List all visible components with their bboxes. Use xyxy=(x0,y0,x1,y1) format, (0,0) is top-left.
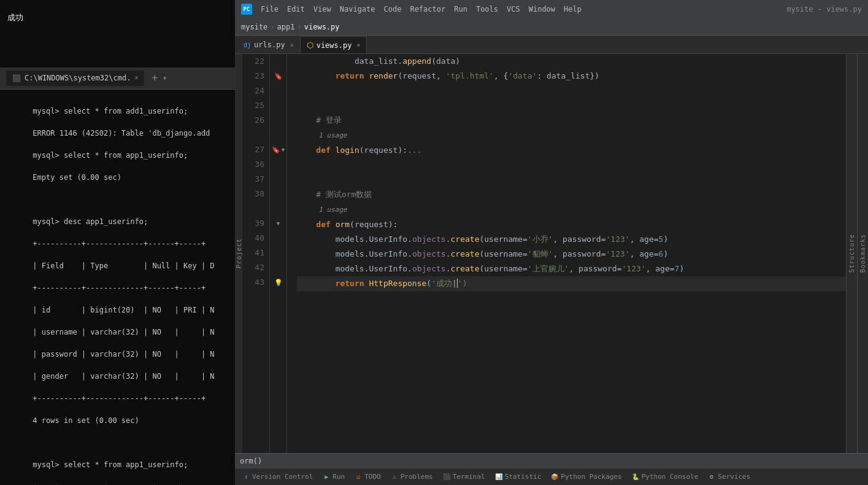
ide-menu: File Edit View Navigate Code Refactor Ru… xyxy=(257,4,585,15)
ln-42: 42 xyxy=(250,260,264,275)
services-icon: ⚙ xyxy=(708,473,715,481)
gutter-27: 🔖 ▼ xyxy=(270,142,286,157)
ln-25: 25 xyxy=(250,98,264,113)
terminal-line-5: mysql> desc app1_userinfo; xyxy=(33,217,148,226)
terminal-tab[interactable]: ⬛ C:\WINDOWS\system32\cmd. × xyxy=(6,71,144,86)
tab-views[interactable]: ⬡ views.py × xyxy=(301,36,367,53)
gutter-39: ▼ xyxy=(270,216,286,231)
code-area[interactable]: 22 23 24 25 26 · 27 36 37 38 · 39 40 41 … xyxy=(242,54,846,453)
menu-help[interactable]: Help xyxy=(560,4,585,15)
code-line-26: # 登录 xyxy=(297,113,846,128)
breadcrumb-views[interactable]: views.py xyxy=(304,23,340,31)
fold-icon-27[interactable]: ▼ xyxy=(282,147,285,153)
tab-todo[interactable]: ☑ TODO xyxy=(350,469,386,485)
menu-file[interactable]: File xyxy=(257,4,282,15)
tab-version-control[interactable]: ↕ Version Control xyxy=(237,469,318,485)
gutter-usage2 xyxy=(270,201,286,216)
ln-39: 39 xyxy=(250,216,264,231)
tab-urls[interactable]: dj urls.py × xyxy=(237,36,301,53)
gutter-38 xyxy=(270,187,286,201)
menu-vcs[interactable]: VCS xyxy=(503,4,524,15)
code-line-42: models.UserInfo.objects.create(username=… xyxy=(297,262,846,276)
bottom-tabs-bar: ↕ Version Control ▶ Run ☑ TODO ⚠ Problem… xyxy=(235,468,868,485)
ln-36: 36 xyxy=(250,157,264,172)
tab-python-console[interactable]: 🐍 Python Console xyxy=(627,469,704,485)
terminal-add-tab-button[interactable]: + xyxy=(152,71,158,85)
tab-views-close-icon[interactable]: × xyxy=(356,42,360,49)
tabs-bar: dj urls.py × ⬡ views.py × xyxy=(235,36,868,54)
line-numbers: 22 23 24 25 26 · 27 36 37 38 · 39 40 41 … xyxy=(242,54,270,453)
bookmarks-sidebar: Bookmarks xyxy=(857,54,868,453)
tab-terminal[interactable]: ⬛ Terminal xyxy=(438,469,490,485)
current-function-label: orm() xyxy=(240,457,262,465)
menu-window[interactable]: Window xyxy=(525,4,559,15)
terminal-line-3: mysql> select * from app1_userinfo; xyxy=(33,151,188,160)
bookmark-icon-23: 🔖 xyxy=(274,72,283,80)
ln-22: 22 xyxy=(250,54,264,69)
tab-statistic[interactable]: 📊 Statistic xyxy=(490,469,547,485)
code-lines[interactable]: data_list.append(data) return render(req… xyxy=(287,54,846,453)
tab-services[interactable]: ⚙ Services xyxy=(703,469,755,485)
editor-area: Project 22 23 24 25 26 · 27 36 37 38 · 3… xyxy=(235,54,868,453)
code-22: data_list.append(data) xyxy=(297,54,460,69)
code-line-43: return HttpResponse('成功|') xyxy=(297,276,846,291)
terminal-line-16: +----+----------+----------+-----+ xyxy=(33,483,183,485)
tab-run[interactable]: ▶ Run xyxy=(318,469,350,485)
tab-views-label: views.py xyxy=(317,41,352,50)
usage-hint-1: 1 usage xyxy=(297,128,347,143)
python-packages-label: Python Packages xyxy=(561,473,621,481)
project-sidebar: Project xyxy=(235,54,242,453)
bookmarks-label: Bookmarks xyxy=(859,234,866,273)
terminal-line-6: +----------+-------------+------+-----+ xyxy=(33,239,205,248)
code-line-23: return render(request, 'tpl.html', {'dat… xyxy=(297,69,846,83)
code-41: models.UserInfo.objects.create(username=… xyxy=(297,247,668,262)
ide-logo: PC xyxy=(241,4,252,15)
terminal-line-9: | id | bigint(20) | NO | PRI | N xyxy=(33,306,214,314)
menu-refactor[interactable]: Refactor xyxy=(406,4,449,15)
terminal-close-icon[interactable]: × xyxy=(134,74,138,82)
breadcrumb-bar: mysite › app1 › views.py xyxy=(235,18,868,36)
terminal-line-7: | Field | Type | Null | Key | D xyxy=(33,262,214,270)
ln-40: 40 xyxy=(250,231,264,246)
code-23: return render(request, 'tpl.html', {'dat… xyxy=(297,69,599,83)
menu-code[interactable]: Code xyxy=(380,4,405,15)
gutter-area: 🔖 🔖 ▼ xyxy=(270,54,287,453)
menu-tools[interactable]: Tools xyxy=(472,4,502,15)
statistic-label: Statistic xyxy=(505,473,542,481)
terminal-line-13: +----------+-------------+------+-----+ xyxy=(33,394,205,403)
gutter-36 xyxy=(270,157,286,172)
menu-run[interactable]: Run xyxy=(450,4,471,15)
ln-24: 24 xyxy=(250,83,264,98)
tab-urls-close-icon[interactable]: × xyxy=(290,42,294,49)
menu-navigate[interactable]: Navigate xyxy=(336,4,379,15)
fold-icon-39[interactable]: ▼ xyxy=(277,220,280,227)
tab-urls-label: urls.py xyxy=(254,41,285,49)
terminal-icon: ⬛ xyxy=(443,473,450,481)
terminal-line-8: +----------+-------------+------+-----+ xyxy=(33,284,205,292)
breadcrumb-sep-1: › xyxy=(270,23,274,31)
todo-icon: ☑ xyxy=(355,473,362,481)
menu-view[interactable]: View xyxy=(310,4,335,15)
terminal-dropdown-icon[interactable]: ▾ xyxy=(163,73,167,83)
gutter-43: 💡 xyxy=(270,275,286,290)
code-usage-1: 1 usage xyxy=(297,128,846,143)
python-packages-icon: 📦 xyxy=(551,473,558,481)
terminal-tab-icon: ⬛ xyxy=(12,74,21,83)
code-line-25 xyxy=(297,98,846,113)
services-label: Services xyxy=(718,473,750,481)
statistic-icon: 📊 xyxy=(495,473,502,481)
tab-problems[interactable]: ⚠ Problems xyxy=(386,469,438,485)
code-40: models.UserInfo.objects.create(username=… xyxy=(297,232,668,247)
ide-panel: PC File Edit View Navigate Code Refactor… xyxy=(235,0,868,485)
code-usage-2: 1 usage xyxy=(297,202,846,217)
breadcrumb-mysite[interactable]: mysite xyxy=(241,23,267,31)
version-control-icon: ↕ xyxy=(242,473,250,481)
ide-titlebar: PC File Edit View Navigate Code Refactor… xyxy=(235,0,868,18)
tab-python-packages[interactable]: 📦 Python Packages xyxy=(546,469,626,485)
gutter-22 xyxy=(270,54,286,69)
breadcrumb-app1[interactable]: app1 xyxy=(277,23,295,31)
gutter-40 xyxy=(270,231,286,246)
terminal-content: mysql> select * from add1_userinfo; ERRO… xyxy=(0,90,235,485)
problems-label: Problems xyxy=(401,473,433,481)
menu-edit[interactable]: Edit xyxy=(283,4,309,15)
